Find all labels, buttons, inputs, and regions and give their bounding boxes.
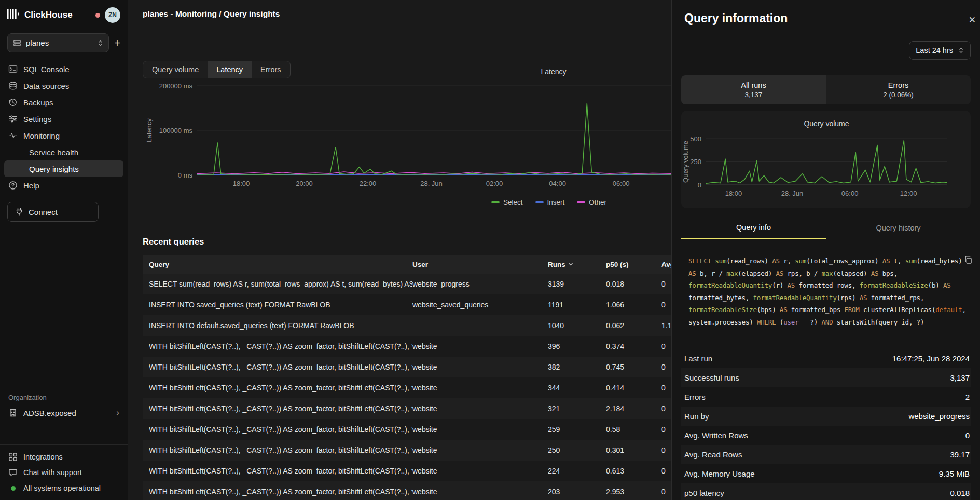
cell-p50: 1.066 [606,301,661,309]
sql-code-block: SELECT sum(read_rows) AS r, sum(total_ro… [681,255,971,328]
avatar[interactable]: ZN [105,7,120,23]
settings-icon [8,114,18,124]
stat-label: All runs [741,81,766,89]
stat-tabs: All runs 3,137 Errors 2 (0.06%) [681,75,971,104]
cell-user: website_progress [412,280,548,288]
recent-queries-table: Query User Runs p50 (s) Avg. SELECT sum(… [143,255,671,500]
sidebar-item-service-health[interactable]: Service health [0,144,128,160]
sidebar-item-monitoring[interactable]: Monitoring [0,127,128,144]
organization-switcher[interactable]: ADSB.exposed › [8,408,119,418]
table-row[interactable]: WITH bitShiftLeft(CAST(?..), _CAST(?..))… [143,461,671,481]
building-icon [8,408,18,417]
add-service-button[interactable]: + [114,38,120,48]
detail-value: 16:47:25, Jun 28 2024 [892,354,970,363]
tab-query-info[interactable]: Query info [681,217,826,239]
query-information-panel: Query information ✕ Last 24 hrs All runs… [671,0,980,500]
sidebar-item-backups[interactable]: Backups [0,94,128,111]
sidebar-item-settings[interactable]: Settings [0,111,128,127]
cell-p50: 0.301 [606,446,661,454]
sql-line: formatted_bytes, formatReadableQuantity(… [688,292,962,304]
sql-line: formatReadableSize(bps) AS formatted_bps… [688,304,962,316]
detail-value: 9.35 MiB [939,469,970,478]
cell-p50: 0.745 [606,363,661,371]
sql-line: system.processes) WHERE (user = ?) AND s… [688,316,962,329]
table-row[interactable]: INSERT INTO saved_queries (text) FORMAT … [143,294,671,315]
sidebar-item-help[interactable]: Help [0,177,128,194]
svg-text:22:00: 22:00 [360,180,377,187]
cell-p50: 2.184 [606,404,661,413]
panel-tabs: Query info Query history [681,217,971,239]
tab-query-history[interactable]: Query history [826,217,971,239]
tab-errors[interactable]: Errors [252,61,289,78]
legend-item-insert[interactable]: Insert [535,198,565,206]
legend-item-select[interactable]: Select [491,198,523,206]
cell-p50: 0.414 [606,384,661,392]
table-row[interactable]: WITH bitShiftLeft(CAST(?..), _CAST(?..))… [143,481,671,500]
detail-label: Successful runs [684,373,739,382]
tab-query-volume[interactable]: Query volume [143,61,208,78]
sidebar-item-label: Monitoring [23,131,60,140]
column-header-avg[interactable]: Avg. [661,261,671,268]
sidebar-item-data-sources[interactable]: Data sources [0,77,128,94]
latency-chart: 0 ms100000 ms200000 ms18:0020:0022:0028.… [128,57,671,213]
legend-item-other[interactable]: Other [577,198,606,206]
sidebar-item-chat-with-support[interactable]: Chat with support [0,465,128,480]
cell-query: WITH bitShiftLeft(CAST(?..), _CAST(?..))… [149,467,412,475]
chevron-updown-icon [958,46,964,55]
close-icon[interactable]: ✕ [969,15,976,25]
sidebar-item-all-systems-operational[interactable]: All systems operational [0,480,128,496]
stat-tab-errors[interactable]: Errors 2 (0.06%) [826,75,971,104]
table-row[interactable]: WITH bitShiftLeft(CAST(?..), _CAST(?..))… [143,419,671,440]
detail-value: 3,137 [950,373,970,382]
cell-avg: 0 [661,425,671,434]
cell-query: WITH bitShiftLeft(CAST(?..), _CAST(?..))… [149,446,412,454]
cell-avg: 0 [661,384,671,392]
sidebar-item-label: Settings [23,115,51,124]
stat-tab-all-runs[interactable]: All runs 3,137 [681,75,826,104]
svg-text:500: 500 [690,135,701,143]
svg-text:02:00: 02:00 [486,180,503,187]
column-header-p50[interactable]: p50 (s) [606,261,661,268]
cell-runs: 1040 [548,321,606,330]
logo-row: ClickHouse ZN [0,0,128,23]
cell-p50: 0.613 [606,467,661,475]
column-header-user[interactable]: User [412,261,548,268]
svg-text:20:00: 20:00 [296,180,313,187]
table-row[interactable]: WITH bitShiftLeft(CAST(?..), _CAST(?..))… [143,336,671,357]
detail-label: Run by [684,412,709,421]
table-row[interactable]: SELECT sum(read_rows) AS r, sum(total_ro… [143,274,671,294]
copy-icon[interactable] [964,255,973,266]
cell-user: website [412,425,548,434]
service-selector[interactable]: planes [7,33,109,52]
sidebar-footer: IntegrationsChat with supportAll systems… [0,444,128,500]
sidebar-item-label: Help [23,181,39,190]
table-row[interactable]: WITH bitShiftLeft(CAST(?..), _CAST(?..))… [143,377,671,398]
detail-label: Errors [684,393,706,401]
column-header-query[interactable]: Query [149,261,412,268]
backup-icon [8,98,18,107]
svg-text:100000 ms: 100000 ms [159,127,193,134]
svg-text:Query volume: Query volume [682,141,689,183]
logo-text: ClickHouse [24,10,73,20]
table-row[interactable]: WITH bitShiftLeft(CAST(?..), _CAST(?..))… [143,357,671,377]
table-row[interactable]: WITH bitShiftLeft(CAST(?..), _CAST(?..))… [143,440,671,461]
time-range-select[interactable]: Last 24 hrs [909,41,971,60]
cell-avg: 0 [661,488,671,496]
sidebar-item-integrations[interactable]: Integrations [0,449,128,465]
sidebar-item-query-insights[interactable]: Query insights [4,160,123,177]
notification-dot [95,13,100,18]
connect-button[interactable]: Connect [7,202,99,222]
query-volume-chart: 025050018:0028. Jun06:0012:00Query volum… [681,111,971,208]
detail-row-run-by: Run bywebsite_progress [681,407,971,426]
cell-user: website [412,384,548,392]
svg-text:18:00: 18:00 [725,190,742,197]
cell-p50: 0.374 [606,342,661,350]
sidebar-item-sql-console[interactable]: SQL Console [0,61,128,77]
cell-query: WITH bitShiftLeft(CAST(?..), _CAST(?..))… [149,404,412,413]
column-header-runs[interactable]: Runs [548,261,606,268]
tab-latency[interactable]: Latency [208,61,252,78]
svg-text:200000 ms: 200000 ms [159,82,193,90]
table-row[interactable]: INSERT INTO default.saved_queries (text)… [143,315,671,336]
table-row[interactable]: WITH bitShiftLeft(CAST(?..), _CAST(?..))… [143,398,671,419]
panel-title: Query information [681,0,971,25]
